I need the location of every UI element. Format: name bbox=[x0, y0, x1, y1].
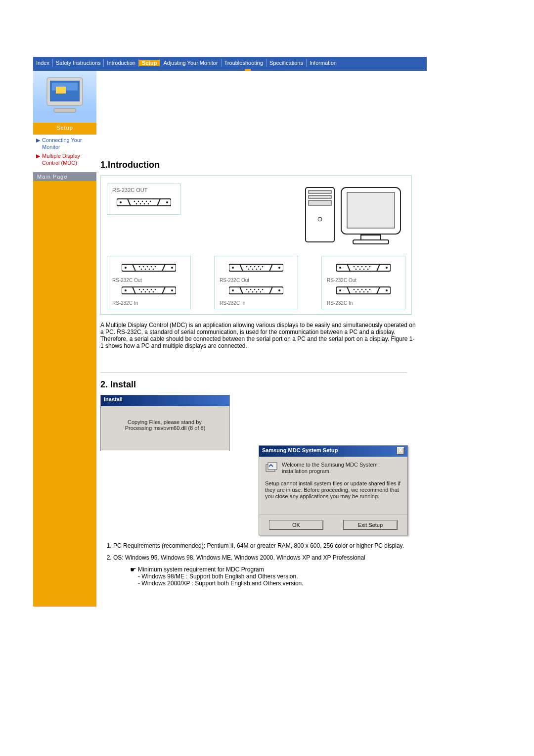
svg-point-63 bbox=[252, 269, 254, 270]
svg-point-86 bbox=[365, 266, 367, 268]
nav-item-safety[interactable]: Safety Instructions bbox=[53, 60, 104, 66]
note-line2: - Windows 2000/XP : Support both English… bbox=[138, 580, 304, 587]
svg-point-16 bbox=[144, 203, 145, 205]
port-label: RS-232C OUT bbox=[112, 187, 176, 193]
nav-item-adjusting[interactable]: Adjusting Your Monitor bbox=[160, 60, 221, 66]
svg-point-44 bbox=[139, 289, 140, 290]
svg-rect-5 bbox=[117, 199, 171, 206]
svg-point-34 bbox=[151, 266, 152, 268]
svg-rect-21 bbox=[309, 200, 331, 205]
nav-item-introduction[interactable]: Introduction bbox=[104, 60, 138, 66]
display-port-box-3: RS-232C Out RS-232C In bbox=[321, 256, 405, 309]
setup-dialog: X Samsung MDC System Setup Welcome to th… bbox=[259, 445, 408, 535]
svg-point-87 bbox=[369, 266, 371, 268]
note-bullet-icon: ☛ bbox=[130, 566, 138, 587]
svg-rect-3 bbox=[56, 87, 66, 94]
svg-rect-66 bbox=[229, 287, 283, 294]
port-in-label: RS-232C In bbox=[112, 300, 185, 306]
svg-point-10 bbox=[138, 201, 139, 202]
port-in-label: RS-232C In bbox=[220, 300, 293, 306]
svg-point-36 bbox=[141, 269, 142, 270]
installer-icon bbox=[265, 462, 278, 474]
sidebar-section-label: Setup bbox=[33, 123, 96, 135]
port-in-label: RS-232C In bbox=[327, 300, 400, 306]
svg-point-78 bbox=[260, 291, 262, 293]
svg-point-81 bbox=[386, 267, 388, 269]
sidebar-link-text[interactable]: Multiple Display Control (MDC) bbox=[42, 152, 93, 166]
note-title: Minimum system requirement for MDC Progr… bbox=[138, 566, 264, 573]
sidebar-link-connecting[interactable]: ▶ Connecting Your Monitor bbox=[36, 137, 93, 150]
svg-point-70 bbox=[246, 289, 248, 290]
svg-point-35 bbox=[155, 266, 156, 268]
svg-point-85 bbox=[361, 266, 363, 268]
sidebar-link-text[interactable]: Connecting Your Monitor bbox=[42, 137, 93, 150]
arrow-icon: ▶ bbox=[36, 137, 40, 150]
setup-dialog-title: X Samsung MDC System Setup bbox=[259, 446, 407, 457]
svg-point-33 bbox=[147, 266, 148, 268]
svg-point-99 bbox=[365, 289, 367, 290]
svg-point-15 bbox=[140, 203, 141, 205]
sidebar-link-mdc[interactable]: ▶ Multiple Display Control (MDC) bbox=[36, 152, 93, 166]
svg-point-104 bbox=[367, 291, 369, 293]
close-button[interactable]: X bbox=[397, 447, 404, 455]
svg-rect-92 bbox=[336, 287, 391, 294]
display-port-box-1: RS-232C Out RS-232C In bbox=[107, 256, 191, 309]
svg-point-94 bbox=[386, 289, 388, 291]
requirement-item-1: PC Requirements (recommended): Pentium I… bbox=[113, 542, 430, 549]
svg-point-37 bbox=[145, 269, 146, 270]
nav-item-setup[interactable]: Setup bbox=[139, 60, 160, 66]
nav-item-troubleshooting[interactable]: Troubleshooting bbox=[222, 60, 266, 66]
svg-point-28 bbox=[125, 267, 127, 269]
nav-item-index[interactable]: Index bbox=[33, 60, 52, 66]
exit-setup-button[interactable]: Exit Setup bbox=[343, 520, 398, 530]
section-divider bbox=[100, 372, 407, 373]
serial-port-icon bbox=[229, 262, 283, 273]
svg-point-96 bbox=[354, 289, 355, 290]
svg-point-68 bbox=[278, 289, 280, 291]
svg-rect-53 bbox=[229, 264, 283, 271]
svg-point-32 bbox=[143, 266, 144, 268]
svg-point-61 bbox=[262, 266, 264, 268]
svg-point-59 bbox=[254, 266, 256, 268]
intro-heading: 1.Introduction bbox=[100, 160, 430, 170]
serial-port-icon bbox=[122, 262, 176, 273]
svg-point-45 bbox=[143, 289, 144, 290]
svg-point-55 bbox=[278, 267, 280, 269]
svg-rect-79 bbox=[336, 264, 391, 271]
svg-point-29 bbox=[171, 267, 173, 269]
svg-point-75 bbox=[248, 291, 250, 293]
setup-body-text: Setup cannot install system files or upd… bbox=[265, 480, 401, 500]
ok-button[interactable]: OK bbox=[269, 520, 323, 530]
svg-point-100 bbox=[369, 289, 371, 290]
svg-point-52 bbox=[153, 291, 154, 293]
svg-rect-4 bbox=[54, 108, 76, 112]
copy-status-line1: Copying Files, please stand by. bbox=[105, 419, 225, 425]
svg-point-58 bbox=[250, 266, 252, 268]
svg-point-80 bbox=[339, 267, 341, 269]
svg-point-9 bbox=[134, 201, 135, 202]
sidebar: Setup ▶ Connecting Your Monitor ▶ Multip… bbox=[33, 71, 96, 607]
pc-and-monitor-icon bbox=[302, 184, 405, 248]
svg-point-89 bbox=[359, 269, 361, 270]
serial-port-icon bbox=[336, 262, 391, 273]
sidebar-mainpage-button[interactable]: Main Page bbox=[33, 172, 96, 181]
svg-point-46 bbox=[147, 289, 148, 290]
svg-point-57 bbox=[246, 266, 248, 268]
svg-rect-27 bbox=[122, 264, 176, 271]
svg-rect-20 bbox=[309, 195, 331, 198]
svg-point-41 bbox=[125, 289, 127, 291]
requirements-list: PC Requirements (recommended): Pentium I… bbox=[100, 542, 430, 561]
nav-item-information[interactable]: Information bbox=[307, 60, 340, 66]
serial-port-icon bbox=[229, 285, 283, 296]
svg-point-101 bbox=[356, 291, 357, 293]
nav-item-specifications[interactable]: Specifications bbox=[267, 60, 306, 66]
svg-point-65 bbox=[260, 269, 262, 270]
svg-point-83 bbox=[354, 266, 355, 268]
copy-status-line2: Processing msvbvm60.dll (8 of 8) bbox=[105, 425, 225, 431]
svg-point-88 bbox=[356, 269, 357, 270]
svg-point-38 bbox=[149, 269, 150, 270]
serial-port-icon bbox=[117, 197, 171, 208]
svg-rect-26 bbox=[353, 240, 389, 244]
svg-point-50 bbox=[145, 291, 146, 293]
install-copy-dialog: Inastall Copying Files, please stand by.… bbox=[100, 395, 230, 451]
